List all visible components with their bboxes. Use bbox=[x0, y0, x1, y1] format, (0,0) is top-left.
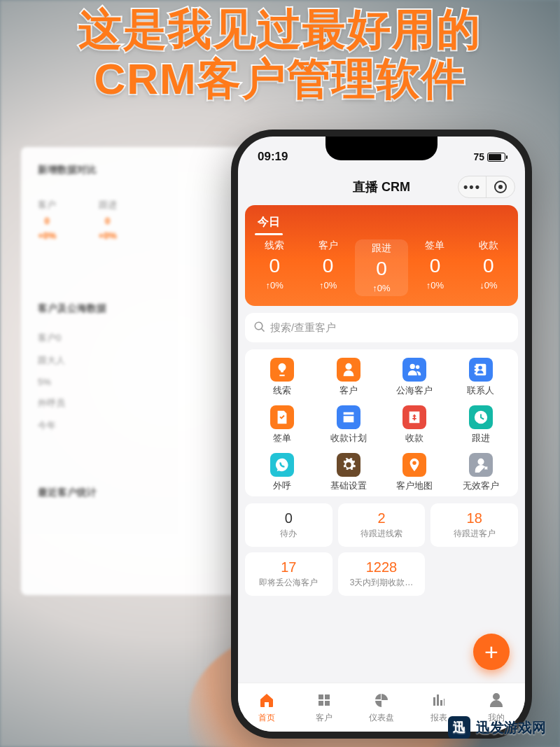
monitor-section-title: 客户及公海数据 bbox=[38, 302, 249, 315]
plan-icon bbox=[337, 405, 360, 429]
stat-tile[interactable]: 12283天内到期收款… bbox=[338, 552, 426, 596]
summary-tiles-row1: 0待办2待跟进线索18待跟进客户 bbox=[245, 503, 518, 547]
overlay-caption: 这是我见过最好用的 CRM客户管理软件 bbox=[0, 4, 560, 104]
miniprogram-capsule[interactable]: ••• bbox=[458, 176, 515, 198]
sign-icon bbox=[270, 405, 294, 429]
module-sign[interactable]: 签单 bbox=[249, 405, 316, 445]
monitor-section-title: 新增数据对比 bbox=[38, 164, 249, 176]
module-money[interactable]: 收款 bbox=[382, 405, 448, 445]
module-gear[interactable]: 基础设置 bbox=[316, 453, 382, 492]
module-person[interactable]: 客户 bbox=[316, 358, 382, 397]
dashboard-metric[interactable]: 收款0↓0% bbox=[462, 239, 515, 296]
module-plan[interactable]: 收款计划 bbox=[316, 405, 382, 445]
today-dashboard-card: 今日 线索0↑0%客户0↑0%跟进0↑0%签单0↑0%收款0↓0% bbox=[245, 205, 518, 306]
module-invalid[interactable]: 无效客户 bbox=[448, 453, 514, 492]
person-icon bbox=[337, 358, 360, 382]
monitor-panel: 新增数据对比 客户0+0% 跟进0+0% 客户及公海数据 客户0 跟大人 5% … bbox=[21, 147, 266, 595]
stat-tile[interactable]: 17即将丢公海客户 bbox=[245, 552, 332, 596]
stat-tile[interactable]: 18待跟进客户 bbox=[430, 503, 518, 547]
dashboard-metric[interactable]: 线索0↑0% bbox=[248, 239, 301, 296]
gear-icon bbox=[337, 453, 360, 477]
module-follow[interactable]: 跟进 bbox=[448, 405, 514, 445]
summary-tiles-row2: 17即将丢公海客户12283天内到期收款… bbox=[245, 552, 518, 596]
tab-icon bbox=[258, 692, 275, 711]
tab-仪表盘[interactable]: 仪表盘 bbox=[353, 683, 410, 732]
add-fab-button[interactable]: + bbox=[473, 634, 510, 670]
tab-icon bbox=[430, 692, 447, 711]
module-contact[interactable]: 联系人 bbox=[448, 358, 514, 397]
search-placeholder: 搜索/查重客户 bbox=[270, 321, 336, 335]
tab-客户[interactable]: 客户 bbox=[295, 683, 353, 732]
brand-logo-icon: 迅 bbox=[448, 716, 470, 739]
module-pin[interactable]: 客户地图 bbox=[382, 453, 448, 492]
battery-indicator: 75 bbox=[473, 151, 505, 162]
phone-device: 09:19 75 直播 CRM ••• bbox=[231, 130, 532, 739]
more-menu-button[interactable]: ••• bbox=[458, 176, 486, 197]
module-pool[interactable]: 公海客户 bbox=[382, 358, 448, 397]
dashboard-tab-today[interactable]: 今日 bbox=[253, 212, 284, 232]
plus-icon: + bbox=[484, 638, 498, 666]
stat-tile[interactable]: 0待办 bbox=[245, 503, 332, 547]
phone-screen: 09:19 75 直播 CRM ••• bbox=[238, 137, 525, 732]
modules-card: 线索客户公海客户联系人签单收款计划收款跟进外呼基础设置客户地图无效客户 bbox=[245, 349, 518, 496]
notch bbox=[326, 137, 438, 160]
pool-icon bbox=[402, 358, 426, 382]
call-icon bbox=[270, 453, 294, 477]
invalid-icon bbox=[469, 453, 493, 477]
tab-icon bbox=[488, 692, 505, 711]
module-call[interactable]: 外呼 bbox=[249, 453, 316, 492]
tab-icon bbox=[316, 692, 332, 711]
dashboard-metric[interactable]: 客户0↑0% bbox=[301, 239, 354, 296]
contact-icon bbox=[469, 358, 493, 382]
tab-icon bbox=[373, 692, 390, 711]
money-icon bbox=[402, 405, 426, 429]
follow-icon bbox=[469, 405, 493, 429]
module-lead[interactable]: 线索 bbox=[249, 358, 316, 397]
tab-首页[interactable]: 首页 bbox=[238, 683, 295, 732]
dashboard-metric[interactable]: 跟进0↑0% bbox=[355, 239, 408, 296]
stat-tile[interactable]: 2待跟进线索 bbox=[338, 503, 426, 547]
app-title: 直播 CRM bbox=[353, 179, 410, 195]
watermark-brand: 迅 迅发游戏网 bbox=[448, 716, 546, 739]
close-miniprogram-button[interactable] bbox=[486, 176, 514, 197]
title-bar: 直播 CRM ••• bbox=[238, 172, 525, 202]
dashboard-metric[interactable]: 签单0↑0% bbox=[408, 239, 461, 296]
lead-icon bbox=[270, 358, 294, 382]
search-input[interactable]: 搜索/查重客户 bbox=[245, 313, 518, 342]
search-icon bbox=[253, 321, 266, 335]
pin-icon bbox=[402, 453, 426, 477]
status-time: 09:19 bbox=[258, 150, 288, 164]
monitor-section-title: 最近客户统计 bbox=[38, 487, 249, 499]
